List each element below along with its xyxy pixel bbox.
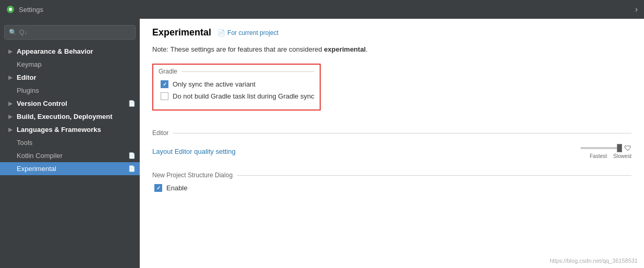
checkbox-only-sync[interactable] <box>161 80 168 88</box>
file-icon: 📄 <box>128 165 136 172</box>
sidebar-item-label: Experimental <box>17 165 56 173</box>
arrow-icon: ▶ <box>8 114 14 119</box>
note-suffix: . <box>366 45 368 53</box>
file-icon: 📄 <box>128 152 136 159</box>
search-box[interactable]: 🔍 <box>4 25 136 40</box>
search-icon: 🔍 <box>9 29 17 36</box>
sidebar-item-keymap[interactable]: Keymap <box>0 58 140 71</box>
page-title: Experimental <box>152 27 211 38</box>
checkbox-no-build-task-list[interactable] <box>161 92 168 100</box>
checkbox-label-enable: Enable <box>166 184 187 192</box>
slider-container: 🛡 Fastest Slowest <box>580 144 631 159</box>
slider-label-fastest: Fastest <box>590 153 607 159</box>
gradle-highlighted-box: Gradle Only sync the active variantDo no… <box>152 64 321 111</box>
titlebar-title: Settings <box>19 6 43 14</box>
note-prefix: Note: These settings are for features th… <box>152 45 324 53</box>
file-icon: 📄 <box>128 100 136 107</box>
sidebar: 🔍 ▶Appearance & BehaviorKeymap▶EditorPlu… <box>0 19 140 268</box>
slider-thumb[interactable] <box>617 144 622 152</box>
project-link[interactable]: 📄 For current project <box>217 29 278 36</box>
main-panel: Experimental 📄 For current project Note:… <box>140 19 644 268</box>
gradle-section-label: Gradle <box>159 68 314 75</box>
checkbox-row-only-sync: Only sync the active variant <box>159 80 314 88</box>
project-link-text: For current project <box>227 29 278 36</box>
search-input[interactable] <box>19 29 131 36</box>
checkbox-enable[interactable] <box>154 184 162 192</box>
sidebar-item-label: Languages & Frameworks <box>17 126 101 133</box>
gradle-checkboxes: Only sync the active variantDo not build… <box>159 80 314 100</box>
slider-track[interactable] <box>580 147 622 149</box>
editor-section-label: Editor <box>152 129 631 137</box>
arrow-icon: ▶ <box>8 127 14 132</box>
svg-point-1 <box>9 8 12 11</box>
editor-section-group: Editor Layout Editor quality setting 🛡 F… <box>152 129 631 161</box>
main-header: Experimental 📄 For current project <box>152 27 631 38</box>
sidebar-item-appearance[interactable]: ▶Appearance & Behavior <box>0 45 140 58</box>
slider-icon: 🛡 <box>624 144 631 152</box>
sidebar-item-label: Build, Execution, Deployment <box>17 113 112 120</box>
checkbox-row-enable: Enable <box>152 184 631 192</box>
sidebar-item-label: Tools <box>17 139 32 147</box>
sidebar-item-label: Editor <box>17 74 37 81</box>
sidebar-item-label: Kotlin Compiler <box>17 152 63 160</box>
settings-window: Settings › 🔍 ▶Appearance & BehaviorKeyma… <box>0 0 644 268</box>
sidebar-item-label: Keymap <box>17 60 42 68</box>
app-icon <box>6 5 15 14</box>
content-area: 🔍 ▶Appearance & BehaviorKeymap▶EditorPlu… <box>0 19 644 268</box>
new-project-checkboxes: Enable <box>152 184 631 192</box>
arrow-icon: ▶ <box>8 48 14 54</box>
sidebar-item-tools[interactable]: Tools <box>0 136 140 149</box>
note-text: Note: These settings are for features th… <box>152 45 631 53</box>
editor-quality-row: Layout Editor quality setting 🛡 Fastest … <box>152 142 631 161</box>
sidebar-item-kotlin-compiler[interactable]: Kotlin Compiler📄 <box>0 149 140 162</box>
arrow-icon: ▶ <box>8 75 14 80</box>
watermark: https://blog.csdn.net/qq_36158531 <box>550 258 638 264</box>
titlebar-chevron: › <box>635 5 638 14</box>
checkbox-label-only-sync: Only sync the active variant <box>173 80 256 88</box>
project-link-icon: 📄 <box>217 29 225 36</box>
sidebar-item-languages[interactable]: ▶Languages & Frameworks <box>0 123 140 136</box>
sidebar-item-experimental[interactable]: Experimental📄 <box>0 162 140 175</box>
titlebar: Settings › <box>0 0 644 19</box>
sidebar-item-plugins[interactable]: Plugins <box>0 84 140 97</box>
new-project-section-group: New Project Structure Dialog Enable <box>152 172 631 192</box>
gradle-section-group: Gradle Only sync the active variantDo no… <box>152 64 631 119</box>
slider-labels: Fastest Slowest <box>590 153 631 159</box>
new-project-section-label: New Project Structure Dialog <box>152 172 631 179</box>
arrow-icon: ▶ <box>8 101 14 106</box>
sidebar-item-build-execution[interactable]: ▶Build, Execution, Deployment <box>0 110 140 123</box>
sidebar-item-editor[interactable]: ▶Editor <box>0 71 140 84</box>
sidebar-item-label: Appearance & Behavior <box>17 47 93 55</box>
sidebar-item-label: Version Control <box>17 100 67 107</box>
checkbox-row-no-build-task-list: Do not build Gradle task list during Gra… <box>159 92 314 100</box>
nav-list: ▶Appearance & BehaviorKeymap▶EditorPlugi… <box>0 45 140 175</box>
slider-label-slowest: Slowest <box>613 153 631 159</box>
sidebar-item-version-control[interactable]: ▶Version Control📄 <box>0 97 140 110</box>
note-bold: experimental <box>324 45 366 53</box>
sidebar-item-label: Plugins <box>17 87 39 94</box>
checkbox-label-no-build-task-list: Do not build Gradle task list during Gra… <box>173 92 314 100</box>
slider-widget[interactable]: 🛡 <box>580 144 631 152</box>
quality-link[interactable]: Layout Editor quality setting <box>152 148 236 155</box>
